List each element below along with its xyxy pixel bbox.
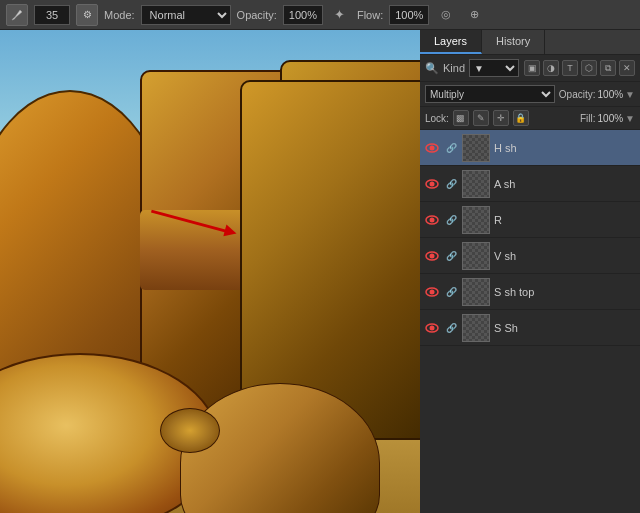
layer-name: V sh <box>494 250 636 262</box>
flow-label: Flow: <box>357 9 383 21</box>
layer-name: H sh <box>494 142 636 154</box>
flow-input[interactable]: 100% <box>389 5 429 25</box>
layer-row[interactable]: 🔗S Sh <box>420 310 640 346</box>
layer-thumbnail <box>462 242 490 270</box>
hay-bale-7 <box>160 408 220 453</box>
opacity-input[interactable]: 100% <box>283 5 323 25</box>
fill-label: Fill: <box>580 113 596 124</box>
layer-thumbnail <box>462 206 490 234</box>
opacity-control: Opacity: 100% ▼ <box>559 89 635 100</box>
layer-link-icon: 🔗 <box>444 249 458 263</box>
layer-row[interactable]: 🔗H sh <box>420 130 640 166</box>
tablet-pressure-icon[interactable]: ◎ <box>435 4 457 26</box>
kind-label: 🔍 <box>425 62 439 75</box>
layer-link-icon: 🔗 <box>444 213 458 227</box>
filter-icons: ▣ ◑ T ⬡ ⧉ ✕ <box>524 60 635 76</box>
layer-name: S Sh <box>494 322 636 334</box>
canvas-area[interactable] <box>0 30 420 513</box>
blend-mode-row: Multiply Opacity: 100% ▼ <box>420 82 640 107</box>
filter-pixel-icon[interactable]: ▣ <box>524 60 540 76</box>
layer-name: S sh top <box>494 286 636 298</box>
brush-size-input[interactable]: 35 <box>34 5 70 25</box>
svg-point-9 <box>430 289 435 294</box>
svg-point-7 <box>430 253 435 258</box>
layer-link-icon: 🔗 <box>444 321 458 335</box>
opacity-label: Opacity: <box>559 89 596 100</box>
kind-select[interactable]: ▼ <box>469 59 519 77</box>
layer-row[interactable]: 🔗R <box>420 202 640 238</box>
flow-box: 100% <box>389 5 429 25</box>
svg-point-3 <box>430 181 435 186</box>
main-area: Layers History 🔍 Kind ▼ ▣ ◑ T ⬡ ⧉ ✕ Mult… <box>0 30 640 513</box>
layer-visibility-icon[interactable] <box>424 140 440 156</box>
mode-select[interactable]: Normal <box>141 5 231 25</box>
layer-visibility-icon[interactable] <box>424 176 440 192</box>
fill-control: Fill: 100% ▼ <box>580 113 635 124</box>
filter-adjust-icon[interactable]: ◑ <box>543 60 559 76</box>
layer-thumbnail <box>462 278 490 306</box>
lock-pixels-icon[interactable]: ✎ <box>473 110 489 126</box>
svg-point-1 <box>430 145 435 150</box>
layer-thumbnail <box>462 134 490 162</box>
layers-list: 🔗H sh🔗A sh🔗R🔗V sh🔗S sh top🔗S Sh <box>420 130 640 513</box>
brush-tool-icon[interactable] <box>6 4 28 26</box>
layer-search-row: 🔍 Kind ▼ ▣ ◑ T ⬡ ⧉ ✕ <box>420 55 640 82</box>
layer-row[interactable]: 🔗S sh top <box>420 274 640 310</box>
layer-thumbnail <box>462 314 490 342</box>
filter-smart-icon[interactable]: ⧉ <box>600 60 616 76</box>
airbrush-icon[interactable]: ✦ <box>329 4 351 26</box>
layer-link-icon: 🔗 <box>444 141 458 155</box>
layer-visibility-icon[interactable] <box>424 320 440 336</box>
layer-thumbnail <box>462 170 490 198</box>
tab-layers[interactable]: Layers <box>420 30 482 54</box>
fill-value: 100% <box>598 113 624 124</box>
panel-tabs: Layers History <box>420 30 640 55</box>
lock-row: Lock: ▩ ✎ ✛ 🔒 Fill: 100% ▼ <box>420 107 640 130</box>
filter-type-icon[interactable]: T <box>562 60 578 76</box>
layer-name: A sh <box>494 178 636 190</box>
opacity-label: Opacity: <box>237 9 277 21</box>
brush-options-icon[interactable]: ⚙ <box>76 4 98 26</box>
fill-chevron: ▼ <box>625 113 635 124</box>
svg-point-11 <box>430 325 435 330</box>
brush-size-box: 35 <box>34 5 70 25</box>
lock-transparent-icon[interactable]: ▩ <box>453 110 469 126</box>
lock-position-icon[interactable]: ✛ <box>493 110 509 126</box>
layer-visibility-icon[interactable] <box>424 248 440 264</box>
lock-all-icon[interactable]: 🔒 <box>513 110 529 126</box>
layer-visibility-icon[interactable] <box>424 212 440 228</box>
symmetry-icon[interactable]: ⊕ <box>463 4 485 26</box>
filter-toggle-icon[interactable]: ✕ <box>619 60 635 76</box>
filter-shape-icon[interactable]: ⬡ <box>581 60 597 76</box>
layer-link-icon: 🔗 <box>444 177 458 191</box>
panels: Layers History 🔍 Kind ▼ ▣ ◑ T ⬡ ⧉ ✕ Mult… <box>420 30 640 513</box>
layer-link-icon: 🔗 <box>444 285 458 299</box>
blend-select[interactable]: Multiply <box>425 85 555 103</box>
layer-row[interactable]: 🔗V sh <box>420 238 640 274</box>
opacity-chevron: ▼ <box>625 89 635 100</box>
mode-label: Mode: <box>104 9 135 21</box>
toolbar: 35 ⚙ Mode: Normal Opacity: 100% ✦ Flow: … <box>0 0 640 30</box>
tab-history[interactable]: History <box>482 30 545 54</box>
layer-row[interactable]: 🔗A sh <box>420 166 640 202</box>
opacity-value: 100% <box>598 89 624 100</box>
opacity-box: 100% <box>283 5 323 25</box>
layer-visibility-icon[interactable] <box>424 284 440 300</box>
kind-text: Kind <box>443 62 465 74</box>
lock-label: Lock: <box>425 113 449 124</box>
layer-name: R <box>494 214 636 226</box>
svg-point-5 <box>430 217 435 222</box>
